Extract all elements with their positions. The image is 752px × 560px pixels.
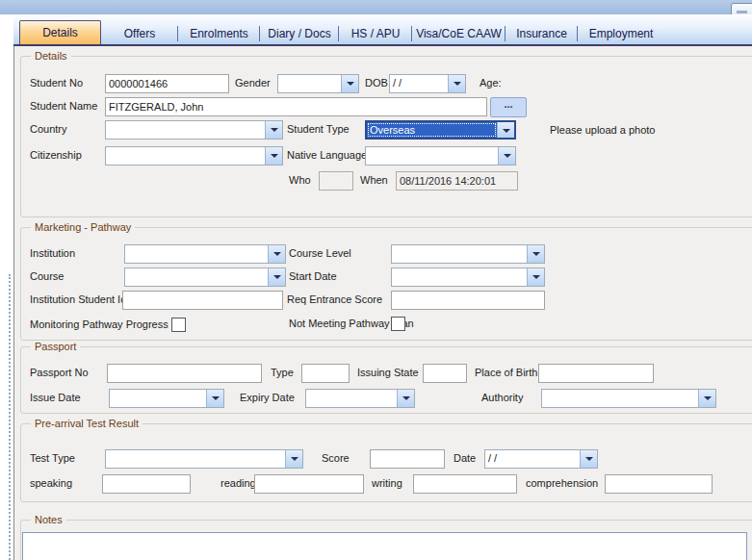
course-level-label: Course Level — [289, 247, 351, 259]
native-language-dropdown[interactable] — [365, 146, 516, 165]
chevron-down-icon[interactable] — [268, 268, 285, 286]
course-label: Course — [30, 270, 64, 282]
chevron-down-icon[interactable] — [265, 147, 282, 165]
student-details-window: Details Offers Enrolments Diary / Docs H… — [0, 0, 752, 560]
notes-group: Notes — [20, 520, 752, 560]
dob-dropdown[interactable]: / / — [389, 74, 466, 93]
chevron-down-icon[interactable] — [206, 390, 223, 407]
prearrival-test-result-group: Pre-arrival Test Result Test Type Score … — [20, 423, 752, 502]
expiry-date-label: Expiry Date — [240, 392, 295, 403]
tab-insurance[interactable]: Insurance — [506, 23, 578, 44]
speaking-label: speaking — [30, 477, 72, 489]
student-no-input[interactable] — [105, 74, 229, 93]
tab-visa-coe-caaw[interactable]: Visa/CoE CAAW — [412, 23, 506, 44]
course-level-dropdown[interactable] — [391, 244, 545, 264]
passport-group: Passport Passport No Type Issuing State … — [20, 346, 752, 414]
citizenship-dropdown[interactable] — [105, 146, 283, 165]
passport-group-title: Passport — [31, 341, 80, 352]
country-dropdown[interactable] — [105, 120, 283, 140]
issuing-state-label: Issuing State — [357, 367, 419, 378]
marketing-pathway-group-title: Marketing - Pathway — [31, 221, 135, 233]
issue-date-dropdown[interactable] — [109, 389, 224, 408]
native-language-label: Native Language — [287, 149, 367, 161]
chevron-down-icon[interactable] — [397, 390, 414, 407]
gender-dropdown[interactable] — [277, 74, 359, 93]
start-date-label: Start Date — [289, 270, 337, 282]
chevron-down-icon[interactable] — [527, 245, 544, 263]
monitoring-pathway-progress-label: Monitoring Pathway Progress — [30, 318, 169, 330]
passport-no-label: Passport No — [30, 367, 89, 378]
course-dropdown[interactable] — [124, 267, 286, 287]
tab-enrolments[interactable]: Enrolments — [178, 23, 260, 44]
notes-textarea[interactable] — [22, 532, 747, 560]
chevron-down-icon[interactable] — [527, 268, 544, 286]
student-type-label: Student Type — [287, 123, 350, 135]
reading-label: reading — [220, 477, 256, 489]
who-input — [319, 171, 353, 191]
chevron-down-icon[interactable] — [580, 450, 597, 468]
minimize-icon — [737, 11, 747, 13]
req-entrance-score-label: Req Entrance Score — [287, 293, 382, 305]
student-name-label: Student Name — [30, 100, 97, 112]
details-group-title: Details — [31, 50, 71, 62]
comprehension-label: comprehension — [526, 477, 598, 489]
citizenship-label: Citizenship — [30, 149, 82, 161]
speaking-input[interactable] — [102, 474, 191, 494]
when-input — [396, 171, 518, 191]
marketing-pathway-group: Marketing - Pathway Institution Course L… — [20, 227, 752, 341]
institution-student-id-input[interactable] — [122, 291, 283, 310]
chevron-down-icon[interactable] — [448, 75, 465, 92]
authority-label: Authority — [481, 392, 523, 403]
writing-label: writing — [372, 477, 402, 489]
prearrival-group-title: Pre-arrival Test Result — [31, 418, 143, 429]
browse-button[interactable]: ... — [490, 97, 527, 117]
tab-details[interactable]: Details — [19, 20, 101, 44]
test-type-label: Test Type — [30, 452, 75, 464]
chevron-down-icon[interactable] — [285, 450, 302, 468]
test-date-label: Date — [454, 452, 476, 464]
tab-diary-docs[interactable]: Diary / Docs — [260, 23, 339, 44]
issue-date-label: Issue Date — [30, 392, 81, 403]
req-entrance-score-input[interactable] — [391, 291, 545, 310]
splitter-handle[interactable] — [9, 274, 11, 560]
chevron-down-icon[interactable] — [698, 390, 715, 407]
passport-type-input[interactable] — [301, 364, 350, 383]
institution-student-id-label: Institution Student Id — [30, 293, 126, 305]
not-meeting-pathway-plan-checkbox[interactable] — [391, 317, 405, 331]
score-label: Score — [322, 452, 350, 464]
passport-type-label: Type — [271, 367, 294, 378]
chevron-down-icon[interactable] — [341, 75, 358, 92]
authority-dropdown[interactable] — [541, 389, 716, 408]
tab-strip: Details Offers Enrolments Diary / Docs H… — [13, 14, 752, 46]
expiry-date-dropdown[interactable] — [305, 389, 415, 408]
passport-no-input[interactable] — [107, 364, 262, 383]
window-top-bar — [0, 0, 752, 14]
dob-label: DOB — [365, 77, 388, 89]
reading-input[interactable] — [254, 474, 364, 494]
photo-hint-text: Please upload a photo — [550, 124, 655, 136]
start-date-dropdown[interactable] — [391, 267, 545, 287]
writing-input[interactable] — [413, 474, 517, 494]
gender-label: Gender — [235, 77, 271, 89]
tab-list: Details Offers Enrolments Diary / Docs H… — [19, 19, 664, 44]
tab-hs-apu[interactable]: HS / APU — [339, 23, 412, 44]
chevron-down-icon[interactable] — [497, 122, 514, 138]
score-input[interactable] — [370, 449, 445, 469]
student-type-dropdown[interactable]: Overseas — [365, 120, 516, 140]
place-of-birth-input[interactable] — [538, 364, 654, 383]
student-name-input[interactable] — [105, 97, 487, 116]
when-label: When — [360, 174, 388, 186]
comprehension-input[interactable] — [605, 474, 713, 494]
details-group: Details Student No Gender DOB / / Age: S… — [20, 56, 752, 217]
chevron-down-icon[interactable] — [265, 121, 282, 139]
test-type-dropdown[interactable] — [105, 449, 303, 469]
institution-dropdown[interactable] — [124, 244, 286, 264]
chevron-down-icon[interactable] — [498, 147, 515, 165]
test-date-dropdown[interactable]: / / — [484, 449, 598, 469]
chevron-down-icon[interactable] — [268, 245, 285, 263]
tab-offers[interactable]: Offers — [101, 23, 178, 44]
issuing-state-input[interactable] — [423, 364, 467, 383]
tab-employment[interactable]: Employment — [578, 23, 664, 44]
monitoring-pathway-progress-checkbox[interactable] — [171, 318, 186, 332]
student-no-label: Student No — [30, 77, 83, 89]
